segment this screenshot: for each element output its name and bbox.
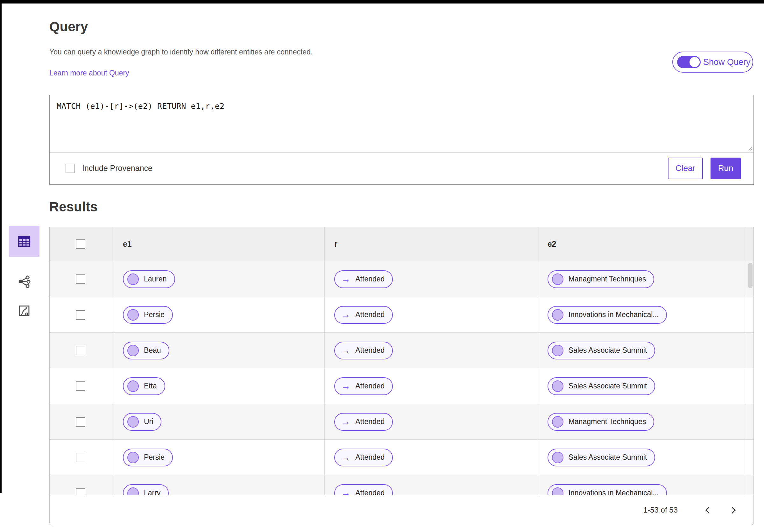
row-select-cell [50, 333, 113, 368]
header-e1: e1 [113, 227, 325, 261]
arrow-right-icon: → [341, 346, 350, 355]
entity-pill[interactable]: Beau [123, 342, 169, 359]
chevron-left-icon [705, 506, 712, 513]
results-table-body: Lauren→AttendedManagment TechniquesPersi… [50, 262, 753, 511]
pagination-bar: 1-53 of 53 [50, 495, 753, 525]
relation-label: Attended [355, 275, 385, 283]
entity-pill[interactable]: Lauren [123, 270, 175, 288]
entity-node-icon [127, 416, 139, 428]
entity-node-icon [552, 381, 563, 392]
entity-pill[interactable]: Innovations in Mechanical... [547, 306, 667, 324]
relation-pill[interactable]: →Attended [334, 342, 393, 359]
row-select-cell [50, 297, 113, 332]
relation-label: Attended [355, 453, 385, 462]
relation-pill[interactable]: →Attended [334, 377, 393, 395]
entity-pill[interactable]: Persie [123, 448, 173, 466]
table-row: Etta→AttendedSales Associate Summit [50, 368, 753, 404]
pagination-next-button[interactable] [724, 501, 742, 519]
entity-pill[interactable]: Managment Techniques [547, 413, 655, 431]
relation-pill[interactable]: →Attended [334, 448, 393, 466]
chart-view-button[interactable] [9, 301, 40, 320]
e1-cell: Beau [113, 333, 325, 368]
e2-cell: Sales Associate Summit [538, 333, 746, 368]
run-button[interactable]: Run [710, 158, 741, 179]
entity-pill[interactable]: Sales Associate Summit [547, 377, 656, 395]
entity-label: Managment Techniques [569, 418, 646, 426]
r-cell: →Attended [325, 368, 538, 404]
relation-label: Attended [355, 382, 385, 390]
e2-cell: Innovations in Mechanical... [538, 297, 746, 332]
r-cell: →Attended [325, 404, 538, 440]
entity-node-icon [127, 309, 139, 321]
row-checkbox[interactable] [76, 453, 85, 462]
query-editor-card: MATCH (e1)-[r]->(e2) RETURN e1,r,e2 Incl… [49, 95, 754, 185]
e2-cell: Sales Associate Summit [538, 368, 746, 404]
entity-pill[interactable]: Sales Associate Summit [547, 448, 656, 466]
entity-node-icon [127, 381, 139, 392]
toggle-knob [689, 57, 700, 67]
header-r: r [325, 227, 538, 261]
relation-label: Attended [355, 418, 385, 426]
vertical-scrollbar-thumb[interactable] [748, 263, 753, 288]
row-checkbox[interactable] [76, 310, 85, 320]
clear-button[interactable]: Clear [668, 158, 703, 179]
row-select-cell [50, 404, 113, 440]
include-provenance-checkbox[interactable] [66, 164, 75, 173]
r-cell: →Attended [325, 440, 538, 475]
header-e2: e2 [538, 227, 746, 261]
entity-node-icon [552, 273, 563, 285]
toggle-switch-icon[interactable] [677, 56, 701, 68]
scrollbar-gutter [746, 404, 753, 440]
window-frame-top [0, 0, 764, 4]
e1-cell: Lauren [113, 262, 325, 297]
relation-pill[interactable]: →Attended [334, 270, 393, 288]
table-view-icon [17, 234, 32, 249]
entity-label: Beau [144, 346, 161, 355]
entity-label: Lauren [144, 275, 167, 283]
relation-pill[interactable]: →Attended [334, 306, 393, 324]
table-row: Persie→AttendedSales Associate Summit [50, 440, 753, 475]
entity-pill[interactable]: Persie [123, 306, 173, 324]
resize-handle-icon[interactable] [747, 145, 753, 151]
e2-cell: Managment Techniques [538, 262, 746, 297]
arrow-right-icon: → [341, 453, 350, 462]
query-footer: Include Provenance Clear Run [50, 152, 753, 184]
relation-pill[interactable]: →Attended [334, 413, 393, 431]
pagination-prev-button[interactable] [699, 501, 716, 519]
entity-node-icon [127, 452, 139, 463]
entity-label: Sales Associate Summit [569, 453, 647, 462]
relation-label: Attended [355, 346, 385, 355]
row-select-cell [50, 262, 113, 297]
select-all-checkbox[interactable] [76, 240, 85, 249]
entity-label: Persie [144, 453, 165, 462]
e2-cell: Managment Techniques [538, 404, 746, 440]
entity-pill[interactable]: Sales Associate Summit [547, 342, 656, 359]
table-view-button[interactable] [9, 226, 40, 257]
row-checkbox[interactable] [76, 274, 85, 284]
entity-label: Innovations in Mechanical... [569, 310, 659, 319]
scrollbar-gutter [746, 297, 753, 332]
graph-view-icon [17, 274, 32, 289]
query-editor-input[interactable]: MATCH (e1)-[r]->(e2) RETURN e1,r,e2 [50, 95, 753, 152]
row-checkbox[interactable] [76, 381, 85, 391]
entity-pill[interactable]: Etta [123, 377, 165, 395]
results-table-header: e1 r e2 [50, 227, 753, 262]
row-checkbox[interactable] [76, 417, 85, 427]
r-cell: →Attended [325, 297, 538, 332]
row-select-cell [50, 440, 113, 475]
entity-node-icon [552, 452, 563, 463]
show-query-label: Show Query [703, 57, 751, 67]
row-checkbox[interactable] [76, 346, 85, 355]
entity-pill[interactable]: Uri [123, 413, 161, 431]
learn-more-link[interactable]: Learn more about Query [49, 69, 129, 78]
entity-pill[interactable]: Managment Techniques [547, 270, 655, 288]
scrollbar-gutter [746, 440, 753, 475]
entity-label: Sales Associate Summit [569, 382, 647, 390]
entity-node-icon [127, 345, 139, 356]
e1-cell: Persie [113, 297, 325, 332]
entity-node-icon [127, 273, 139, 285]
graph-view-button[interactable] [9, 272, 40, 291]
chevron-right-icon [729, 506, 735, 513]
show-query-toggle[interactable]: Show Query [672, 52, 753, 73]
e1-cell: Etta [113, 368, 325, 404]
